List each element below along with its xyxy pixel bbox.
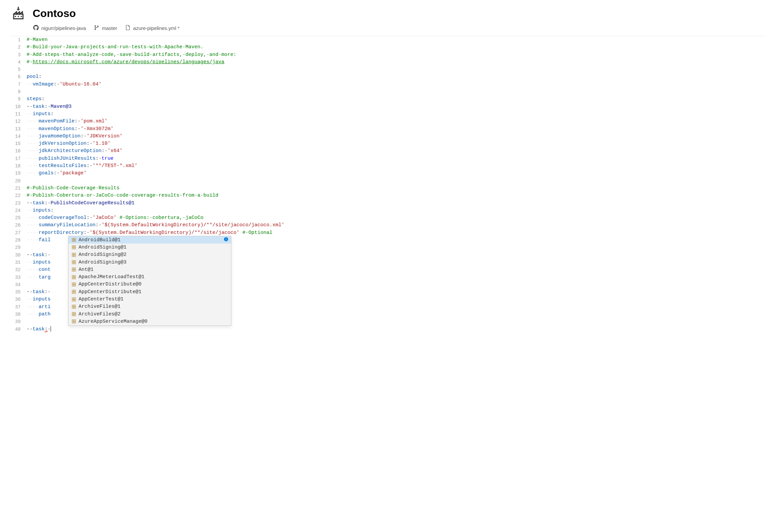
code-line[interactable]: 9steps: [10, 95, 765, 103]
svg-rect-45 [74, 299, 76, 301]
code-line[interactable]: 26····summaryFileLocation:·'$(System.Def… [10, 222, 765, 229]
svg-point-4 [95, 25, 96, 26]
autocomplete-item[interactable]: AzureAppServiceManage@0 [69, 318, 231, 325]
svg-point-6 [97, 26, 98, 27]
code-content[interactable]: #·https://docs.microsoft.com/azure/devop… [27, 59, 765, 66]
autocomplete-item[interactable]: AndroidSigning@1 [69, 244, 231, 251]
line-number: 29 [10, 244, 27, 251]
code-content[interactable]: ····mavenOptions:·'-Xmx3072m' [27, 125, 765, 133]
code-line[interactable]: 7··vmImage:·'Ubuntu·16.04' [10, 81, 765, 88]
code-content[interactable]: ····jdkVersionOption:·'1.10' [27, 140, 765, 147]
code-content[interactable]: ····testResultsFiles:·'**/TEST-*.xml' [27, 162, 765, 170]
code-line[interactable]: 14····javaHomeOption:·'JDKVersion' [10, 133, 765, 140]
code-content[interactable]: #·Add·steps·that·analyze·code,·save·buil… [27, 51, 765, 59]
code-line[interactable]: 8 [10, 88, 765, 95]
svg-rect-22 [72, 261, 74, 262]
line-number: 18 [10, 162, 27, 170]
code-line[interactable]: 18····testResultsFiles:·'**/TEST-*.xml' [10, 162, 765, 170]
code-content[interactable]: ····jdkArchitectureOption:·'x64' [27, 147, 765, 155]
code-line[interactable]: 3#·Add·steps·that·analyze·code,·save·bui… [10, 51, 765, 59]
code-content[interactable]: ····summaryFileLocation:·'$(System.Defau… [27, 222, 765, 229]
code-line[interactable]: 5 [10, 66, 765, 73]
line-number: 28 [10, 237, 27, 244]
autocomplete-popup[interactable]: AndroidBuild@1AndroidSigning@1AndroidSig… [68, 236, 231, 326]
code-content[interactable]: pool: [27, 73, 765, 81]
code-content[interactable]: ····reportDirectory:·'$(System.DefaultWo… [27, 229, 765, 237]
code-content[interactable]: -·task:·Maven@3 [27, 103, 765, 110]
code-line[interactable]: 4#·https://docs.microsoft.com/azure/devo… [10, 59, 765, 66]
code-line[interactable]: 1#·Maven [10, 36, 765, 44]
breadcrumb-file[interactable]: azure-pipelines.yml * [125, 25, 179, 31]
snippet-icon [71, 237, 77, 243]
code-content[interactable]: #·Build·your·Java·projects·and·run·tests… [27, 44, 765, 51]
code-line[interactable]: 23-·task:·PublishCodeCoverageResults@1 [10, 200, 765, 207]
code-line[interactable]: 27····reportDirectory:·'$(System.Default… [10, 229, 765, 237]
code-line[interactable]: 13····mavenOptions:·'-Xmx3072m' [10, 125, 765, 133]
autocomplete-item[interactable]: AppCenterTest@1 [69, 295, 231, 303]
snippet-icon [71, 252, 77, 258]
autocomplete-item[interactable]: ArchiveFiles@1 [69, 303, 231, 310]
code-content[interactable]: ··vmImage:·'Ubuntu·16.04' [27, 81, 765, 88]
code-line[interactable]: 12····mavenPomFile:·'pom.xml' [10, 118, 765, 125]
line-number: 23 [10, 200, 27, 207]
svg-rect-14 [72, 246, 74, 247]
code-content[interactable]: ····mavenPomFile:·'pom.xml' [27, 118, 765, 125]
code-line[interactable]: 24··inputs: [10, 207, 765, 214]
code-line[interactable]: 6pool: [10, 73, 765, 81]
code-content[interactable]: #·Publish·Code·Coverage·Results [27, 185, 765, 192]
breadcrumb-branch[interactable]: master [94, 25, 117, 31]
header: Contoso [0, 0, 767, 23]
code-line[interactable]: 2#·Build·your·Java·projects·and·run·test… [10, 44, 765, 51]
code-line[interactable]: 11··inputs: [10, 110, 765, 118]
line-number: 16 [10, 147, 27, 155]
code-content[interactable]: -·task:· [27, 326, 765, 333]
svg-rect-32 [72, 277, 74, 279]
code-line[interactable]: 20 [10, 177, 765, 185]
code-content[interactable]: #·Publish·Cobertura·or·JaCoCo·code·cover… [27, 192, 765, 199]
autocomplete-item[interactable]: AppCenterDistribute@1 [69, 288, 231, 295]
code-line[interactable]: 40-·task:· [10, 326, 765, 333]
code-line[interactable]: 22#·Publish·Cobertura·or·JaCoCo·code·cov… [10, 192, 765, 199]
code-content[interactable]: ····codeCoverageTool:·'JaCoCo'·#·Options… [27, 214, 765, 222]
code-line[interactable]: 10-·task:·Maven@3 [10, 103, 765, 110]
autocomplete-item[interactable]: ApacheJMeterLoadTest@1 [69, 273, 231, 280]
autocomplete-item[interactable]: ArchiveFiles@2 [69, 310, 231, 318]
code-content[interactable]: #·Maven [27, 36, 765, 44]
line-number: 19 [10, 170, 27, 177]
autocomplete-label: ArchiveFiles@2 [79, 311, 120, 317]
line-number: 17 [10, 155, 27, 162]
autocomplete-item[interactable]: Ant@1 [69, 266, 231, 273]
code-content[interactable]: steps: [27, 95, 765, 103]
svg-rect-46 [72, 305, 74, 306]
code-content[interactable]: ····publishJUnitResults:·true [27, 155, 765, 162]
svg-rect-10 [74, 240, 76, 242]
autocomplete-label: AppCenterDistribute@0 [79, 281, 141, 287]
code-line[interactable]: 21#·Publish·Code·Coverage·Results [10, 185, 765, 192]
code-line[interactable]: 16····jdkArchitectureOption:·'x64' [10, 147, 765, 155]
code-content[interactable]: -·task:·PublishCodeCoverageResults@1 [27, 200, 765, 207]
svg-rect-28 [72, 270, 74, 271]
code-line[interactable]: 15····jdkVersionOption:·'1.10' [10, 140, 765, 147]
code-line[interactable]: 19····goals:·'package' [10, 170, 765, 177]
code-content[interactable]: ··inputs: [27, 110, 765, 118]
code-content[interactable]: ····goals:·'package' [27, 170, 765, 177]
code-editor[interactable]: 1#·Maven2#·Build·your·Java·projects·and·… [10, 36, 765, 333]
autocomplete-item[interactable]: AndroidBuild@1 [69, 236, 231, 244]
page-title: Contoso [33, 7, 76, 20]
svg-rect-21 [74, 255, 76, 257]
line-number: 6 [10, 73, 27, 81]
code-line[interactable]: 17····publishJUnitResults:·true [10, 155, 765, 162]
svg-rect-55 [74, 320, 76, 321]
autocomplete-label: AndroidSigning@1 [79, 245, 126, 250]
line-number: 14 [10, 133, 27, 140]
svg-rect-54 [72, 320, 74, 321]
breadcrumb-repo[interactable]: nigurr/pipelines-java [33, 25, 86, 31]
code-line[interactable]: 25····codeCoverageTool:·'JaCoCo'·#·Optio… [10, 214, 765, 222]
svg-rect-38 [72, 290, 74, 291]
code-content[interactable]: ····javaHomeOption:·'JDKVersion' [27, 133, 765, 140]
info-icon[interactable] [224, 237, 228, 243]
code-content[interactable]: ··inputs: [27, 207, 765, 214]
autocomplete-item[interactable]: AppCenterDistribute@0 [69, 281, 231, 288]
autocomplete-item[interactable]: AndroidSigning@2 [69, 251, 231, 259]
autocomplete-item[interactable]: AndroidSigning@3 [69, 259, 231, 266]
